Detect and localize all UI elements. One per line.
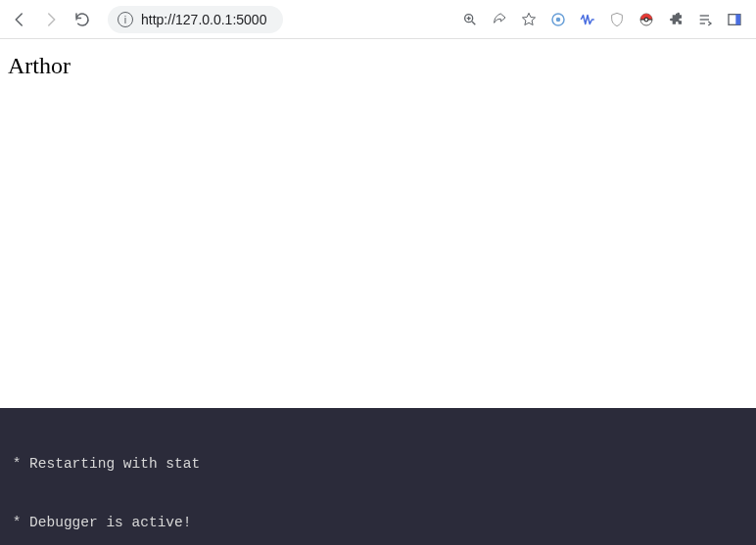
page-body-text: Arthor <box>8 53 748 79</box>
terminal-panel[interactable]: * Restarting with stat * Debugger is act… <box>0 408 756 545</box>
extension-pokeball-icon[interactable] <box>637 10 656 29</box>
sidebar-icon <box>727 12 742 27</box>
panel-toggle-icon[interactable] <box>725 10 744 29</box>
svg-point-8 <box>644 18 648 22</box>
forward-button[interactable] <box>39 8 63 31</box>
extension-wave-icon[interactable] <box>578 10 597 29</box>
wave-icon <box>579 11 596 28</box>
svg-rect-13 <box>735 14 740 24</box>
svg-point-5 <box>556 17 561 22</box>
reload-button[interactable] <box>71 8 94 31</box>
shield-icon <box>609 12 625 27</box>
star-icon <box>521 12 537 27</box>
arrow-left-icon <box>11 11 28 28</box>
extension-shield-icon[interactable] <box>607 10 627 29</box>
list-icon <box>697 12 713 27</box>
pokeball-icon <box>638 11 655 28</box>
puzzle-icon <box>668 12 684 27</box>
reload-icon <box>73 11 91 28</box>
extensions-puzzle-icon[interactable] <box>666 10 685 29</box>
zoom-icon[interactable] <box>460 10 480 29</box>
extension-circle-icon[interactable] <box>548 10 568 29</box>
share-icon[interactable] <box>490 10 509 29</box>
page-content: Arthor <box>0 39 756 408</box>
magnify-plus-icon <box>462 12 478 27</box>
address-bar[interactable]: i http://127.0.0.1:5000 <box>108 6 283 33</box>
share-arrow-icon <box>492 12 507 27</box>
reading-list-icon[interactable] <box>695 10 715 29</box>
terminal-line: * Debugger is active! <box>4 513 752 532</box>
svg-line-1 <box>472 22 475 24</box>
bookmark-star-icon[interactable] <box>519 10 539 29</box>
terminal-line: * Restarting with stat <box>4 454 752 474</box>
site-info-icon[interactable]: i <box>118 12 133 27</box>
arrow-right-icon <box>42 11 60 28</box>
url-text: http://127.0.0.1:5000 <box>141 12 266 27</box>
toolbar-actions <box>460 10 748 29</box>
browser-toolbar: i http://127.0.0.1:5000 <box>0 0 756 39</box>
back-button[interactable] <box>8 8 31 31</box>
orb-blue-icon <box>549 11 567 28</box>
